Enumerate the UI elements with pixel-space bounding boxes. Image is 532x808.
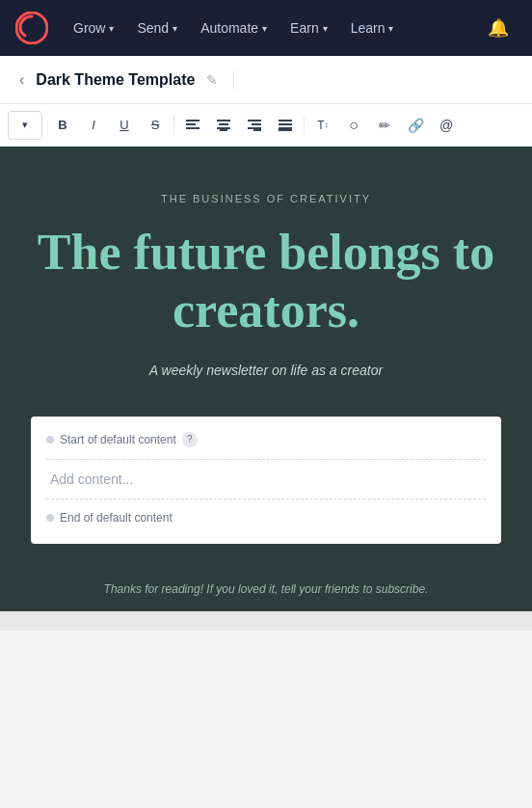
- svg-rect-8: [220, 129, 227, 131]
- learn-chevron-icon: ▾: [388, 23, 393, 34]
- align-justify-button[interactable]: [271, 111, 300, 140]
- text-size-button[interactable]: T↕: [308, 111, 337, 140]
- hero-section: THE BUSINESS OF CREATIVITY The future be…: [0, 147, 532, 417]
- hero-subtitle: THE BUSINESS OF CREATIVITY: [31, 193, 501, 204]
- svg-rect-9: [248, 120, 261, 121]
- svg-rect-7: [217, 127, 230, 129]
- breadcrumb-divider: [233, 68, 234, 92]
- svg-rect-5: [217, 120, 230, 121]
- svg-rect-12: [253, 129, 261, 131]
- back-button[interactable]: ‹: [15, 67, 28, 93]
- earn-chevron-icon: ▾: [323, 23, 328, 34]
- app-logo[interactable]: [15, 12, 48, 44]
- svg-rect-1: [186, 120, 200, 121]
- font-size-dropdown[interactable]: ▾: [8, 111, 42, 140]
- editor-toolbar: ▾ B I U S T↕ ○ ✏ 🔗 @: [0, 104, 532, 147]
- nav-item-learn[interactable]: Learn ▾: [341, 14, 404, 41]
- end-separator: [46, 498, 486, 499]
- svg-rect-16: [279, 129, 292, 131]
- toolbar-separator-1: [173, 116, 174, 135]
- add-content-placeholder[interactable]: Add content...: [46, 464, 486, 495]
- start-content-label: Start of default content ?: [46, 432, 486, 447]
- mention-button[interactable]: @: [432, 111, 461, 140]
- strikethrough-button[interactable]: S: [141, 111, 170, 140]
- footer-text: Thanks for reading! If you loved it, tel…: [31, 582, 501, 596]
- svg-rect-10: [252, 123, 261, 125]
- svg-rect-11: [248, 127, 261, 129]
- svg-rect-15: [279, 127, 292, 129]
- start-content-text: Start of default content: [60, 433, 176, 446]
- circle-button[interactable]: ○: [339, 111, 368, 140]
- svg-rect-2: [186, 123, 196, 125]
- notification-bell-icon[interactable]: 🔔: [480, 12, 517, 44]
- content-section-wrapper: Start of default content ? Add content..…: [0, 417, 532, 567]
- align-center-button[interactable]: [209, 111, 238, 140]
- bold-button[interactable]: B: [48, 111, 77, 140]
- page-title: Dark Theme Template: [36, 71, 195, 89]
- svg-rect-6: [219, 123, 228, 125]
- content-box: Start of default content ? Add content..…: [31, 417, 501, 544]
- end-content-text: End of default content: [60, 511, 173, 525]
- align-right-button[interactable]: [240, 111, 269, 140]
- hero-title[interactable]: The future belongs to creators.: [31, 224, 501, 339]
- edit-title-icon[interactable]: ✎: [202, 68, 222, 92]
- svg-rect-3: [186, 127, 200, 129]
- hero-description: A weekly newsletter on life as a creator: [31, 363, 501, 378]
- navbar: Grow ▾ Send ▾ Automate ▾ Earn ▾ Learn ▾ …: [0, 0, 532, 56]
- svg-rect-13: [279, 120, 292, 121]
- pen-button[interactable]: ✏: [370, 111, 399, 140]
- link-button[interactable]: 🔗: [401, 111, 430, 140]
- svg-rect-14: [279, 123, 292, 125]
- align-left-button[interactable]: [178, 111, 207, 140]
- nav-item-automate[interactable]: Automate ▾: [191, 14, 277, 41]
- nav-item-grow[interactable]: Grow ▾: [64, 14, 123, 41]
- end-content-label: End of default content: [46, 511, 486, 525]
- nav-item-send[interactable]: Send ▾: [127, 14, 187, 41]
- editor-area: THE BUSINESS OF CREATIVITY The future be…: [0, 147, 532, 631]
- bottom-spacer: [0, 611, 532, 631]
- grow-chevron-icon: ▾: [109, 23, 114, 34]
- start-separator: [46, 459, 486, 460]
- italic-button[interactable]: I: [79, 111, 108, 140]
- nav-item-earn[interactable]: Earn ▾: [280, 14, 337, 41]
- editor-footer: Thanks for reading! If you loved it, tel…: [0, 567, 532, 611]
- send-chevron-icon: ▾: [173, 23, 177, 34]
- toolbar-separator-2: [304, 116, 305, 135]
- automate-chevron-icon: ▾: [262, 23, 267, 34]
- breadcrumb-bar: ‹ Dark Theme Template ✎: [0, 56, 532, 104]
- end-dot-icon: [46, 514, 54, 522]
- start-dot-icon: [46, 436, 54, 444]
- help-icon[interactable]: ?: [182, 432, 198, 447]
- underline-button[interactable]: U: [110, 111, 139, 140]
